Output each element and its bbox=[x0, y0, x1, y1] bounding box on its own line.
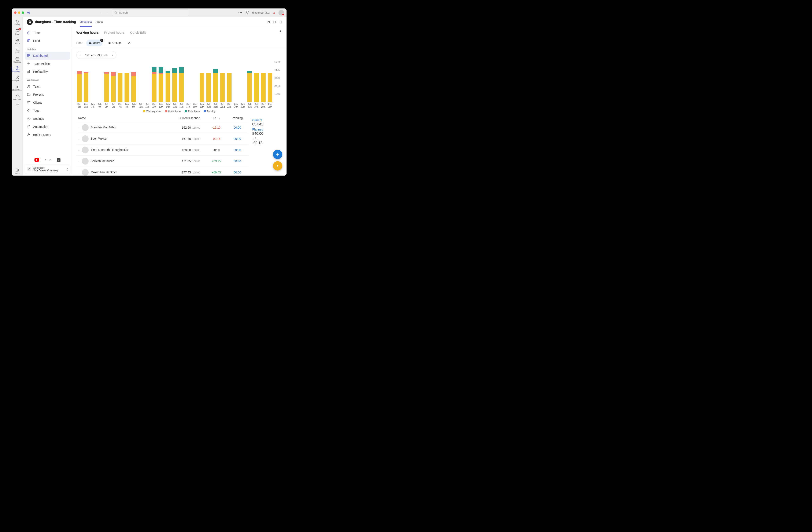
tab-quick-edit[interactable]: Quick Edit bbox=[130, 31, 146, 34]
rail-more[interactable]: ••• bbox=[12, 102, 23, 108]
nav-back[interactable]: ‹ bbox=[98, 10, 104, 15]
nav-team-activity[interactable]: Team Activity bbox=[25, 60, 70, 68]
next-range[interactable]: › bbox=[112, 54, 113, 57]
download-icon[interactable] bbox=[278, 30, 282, 35]
table-row[interactable]: ⌄Tim Lauenroth | timeghost.io 168:00/168… bbox=[76, 144, 248, 156]
bar-day-20[interactable] bbox=[206, 73, 212, 102]
bar-day-27[interactable] bbox=[253, 73, 259, 102]
app-title: timeghost - Time tracking bbox=[35, 20, 76, 24]
filter-users-chip[interactable]: Users 5 bbox=[86, 40, 103, 46]
bar-day-14[interactable] bbox=[165, 71, 171, 102]
rail-apps[interactable]: Apps bbox=[12, 167, 23, 176]
rail-teams[interactable]: Teams bbox=[12, 37, 23, 46]
bar-day-2[interactable] bbox=[83, 72, 89, 102]
bar-day-12[interactable] bbox=[151, 67, 157, 102]
nav-settings[interactable]: Settings bbox=[25, 115, 70, 123]
expand-icon[interactable]: ⌄ bbox=[78, 171, 80, 174]
col-name[interactable]: Name bbox=[76, 114, 160, 122]
expand-icon[interactable]: ⌄ bbox=[78, 127, 80, 129]
tab-project-hours[interactable]: Project hours bbox=[104, 31, 125, 34]
bar-day-21[interactable] bbox=[213, 69, 218, 102]
refresh-icon[interactable] bbox=[273, 20, 276, 24]
svg-point-41 bbox=[90, 42, 91, 43]
nav-book-a-demo[interactable]: Book a Demo bbox=[25, 131, 70, 139]
bar-day-19[interactable] bbox=[199, 73, 205, 102]
rail-calls[interactable]: Calls bbox=[12, 46, 23, 55]
expand-icon[interactable]: ⌄ bbox=[78, 160, 80, 162]
user-avatar[interactable] bbox=[278, 10, 284, 15]
clear-filter[interactable]: ✕ bbox=[127, 41, 132, 45]
expand-icon[interactable]: ⌄ bbox=[78, 149, 80, 151]
popout-icon[interactable] bbox=[267, 20, 270, 24]
bar-day-6[interactable] bbox=[111, 72, 116, 102]
play-fab[interactable] bbox=[273, 161, 282, 171]
bar-day-13[interactable] bbox=[158, 67, 164, 102]
maximize-window[interactable] bbox=[22, 11, 24, 14]
people-icon[interactable] bbox=[246, 11, 249, 15]
globe-icon[interactable] bbox=[279, 20, 283, 24]
rail-absentify[interactable]: aabsentify … bbox=[12, 83, 23, 92]
rail-onedrive[interactable]: OneDrive bbox=[12, 93, 23, 102]
bar-day-8[interactable] bbox=[124, 73, 130, 102]
nav-automation[interactable]: Automation bbox=[25, 123, 70, 131]
nav-team[interactable]: Team bbox=[25, 83, 70, 90]
bar-day-7[interactable] bbox=[117, 73, 123, 102]
date-range-picker[interactable]: ‹ 1st Feb - 29th Feb › bbox=[76, 51, 116, 59]
filter-groups-chip[interactable]: Groups bbox=[105, 40, 124, 46]
warning-icon[interactable]: ▲ bbox=[273, 11, 276, 14]
svg-line-5 bbox=[116, 13, 117, 14]
nav-projects[interactable]: Projects bbox=[25, 90, 70, 99]
header-tab-about[interactable]: About bbox=[96, 17, 103, 27]
tab-working-hours[interactable]: Working hours bbox=[76, 31, 99, 34]
nav-tags[interactable]: Tags bbox=[25, 106, 70, 115]
rail-chat[interactable]: Chat1 bbox=[12, 28, 23, 37]
users-icon bbox=[89, 41, 92, 44]
code-icon[interactable]: <··> bbox=[45, 158, 51, 162]
bar-day-1[interactable] bbox=[76, 71, 82, 102]
nav-profitability[interactable]: Profitability bbox=[25, 68, 70, 76]
nav-clients[interactable]: Clients bbox=[25, 99, 70, 106]
col-delta[interactable]: + / - ↑ bbox=[207, 114, 226, 122]
youtube-icon[interactable] bbox=[34, 158, 39, 162]
workspace-selector[interactable]: WorkspaceYour Dream Company ▴▾ bbox=[25, 164, 70, 174]
nav-dashboard[interactable]: Dashboard bbox=[25, 52, 70, 60]
table-row[interactable]: ⌄Maximilian Fleckner 177:45/168:00 +09:4… bbox=[76, 167, 248, 176]
nav-forward[interactable]: › bbox=[104, 10, 110, 15]
header-tab-timeghost[interactable]: timeghost bbox=[80, 17, 91, 27]
nav-timer[interactable]: Timer bbox=[25, 29, 70, 37]
col-current-planned[interactable]: Current/Planned bbox=[160, 114, 206, 122]
more-menu[interactable]: ••• bbox=[238, 11, 243, 14]
table-row[interactable]: ⌄Brendan MacArthur 152:50/168:00 -15:10 … bbox=[76, 122, 248, 133]
nav-feed[interactable]: Feed bbox=[25, 37, 70, 45]
bar-day-23[interactable] bbox=[226, 73, 232, 102]
svg-rect-33 bbox=[30, 101, 30, 102]
minimize-window[interactable] bbox=[18, 11, 20, 14]
bar-day-16[interactable] bbox=[179, 67, 184, 102]
legend-under-hours[interactable]: Under hours bbox=[165, 110, 181, 113]
rail-timeghost[interactable]: timeghost … bbox=[12, 65, 23, 74]
teams-app-icon: T bbox=[27, 11, 30, 14]
add-fab[interactable]: + bbox=[273, 150, 282, 159]
rail-timeghost[interactable]: timeghost … bbox=[12, 74, 23, 83]
legend-working-hours[interactable]: Working hours bbox=[143, 110, 161, 113]
bar-day-9[interactable] bbox=[131, 72, 136, 102]
help-icon[interactable]: ? bbox=[57, 158, 60, 162]
legend-pending[interactable]: Pending bbox=[204, 110, 216, 113]
bar-day-22[interactable] bbox=[219, 73, 225, 102]
rail-activity[interactable]: Activity bbox=[12, 18, 23, 27]
bar-day-5[interactable] bbox=[104, 72, 109, 102]
table-row[interactable]: ⌄Sven Weiser 167:45/168:00 -00:15 00:00 bbox=[76, 133, 248, 144]
bar-day-15[interactable] bbox=[172, 68, 177, 102]
bar-day-28[interactable] bbox=[260, 73, 266, 102]
col-pending[interactable]: Pending bbox=[226, 114, 248, 122]
search-input[interactable]: Search bbox=[112, 10, 188, 16]
bar-day-29[interactable] bbox=[267, 73, 273, 102]
svg-rect-34 bbox=[28, 103, 28, 103]
prev-range[interactable]: ‹ bbox=[79, 54, 81, 57]
table-row[interactable]: ⌄Berivan Meinusch 171:25/168:00 +03:25 0… bbox=[76, 156, 248, 167]
rail-calendar[interactable]: Calendar bbox=[12, 55, 23, 64]
legend-extra-hours[interactable]: Extra hours bbox=[185, 110, 200, 113]
expand-icon[interactable]: ⌄ bbox=[78, 138, 80, 140]
bar-day-26[interactable] bbox=[247, 71, 252, 102]
close-window[interactable] bbox=[14, 11, 16, 14]
